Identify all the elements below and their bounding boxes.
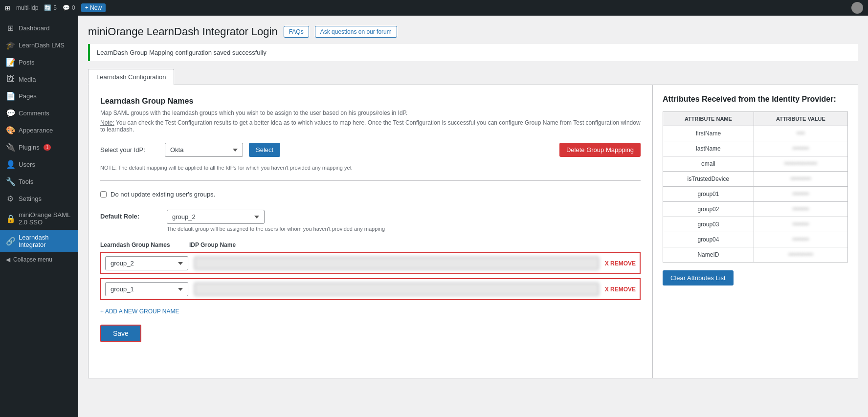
section-desc: Map SAML groups with the learndash group… bbox=[100, 110, 641, 116]
sidebar-item-label: Dashboard bbox=[19, 24, 50, 32]
group-select-1[interactable]: group_2 group_1 bbox=[105, 256, 188, 270]
sidebar-item-dashboard[interactable]: ⊞ Dashboard bbox=[0, 20, 78, 37]
save-area: Save bbox=[100, 325, 641, 342]
attr-row-1: lastName•••••••• bbox=[663, 141, 848, 156]
page-title: miniOrange LearnDash Integrator Login bbox=[88, 25, 278, 38]
sidebar-item-label: Settings bbox=[19, 195, 42, 202]
divider bbox=[100, 180, 641, 181]
attr-row-2: email•••••••••••••••• bbox=[663, 156, 848, 172]
sidebar-item-plugins[interactable]: 🔌 Plugins 1 bbox=[0, 139, 78, 156]
sidebar-item-label: miniOrange SAML 2.0 SSO bbox=[19, 211, 72, 226]
remove-btn-1[interactable]: X REMOVE bbox=[605, 260, 636, 267]
saml-icon: 🔒 bbox=[6, 214, 15, 223]
tab-learndash-configuration[interactable]: Learndash Configuration bbox=[88, 69, 174, 85]
integrator-icon: 🔗 bbox=[6, 237, 15, 246]
sidebar-item-media[interactable]: 🖼 Media bbox=[0, 71, 78, 88]
attr-row-5: group02•••••••• bbox=[663, 202, 848, 217]
idp-note: NOTE: The default mapping will be applie… bbox=[100, 165, 641, 171]
attr-row-0: firstName•••• bbox=[663, 126, 848, 141]
mapping-row-1-idp bbox=[194, 257, 599, 270]
mapping-row-1-group: group_2 group_1 bbox=[105, 256, 188, 270]
sidebar-item-label: Learndash Integrator bbox=[19, 234, 72, 248]
left-panel: Learndash Group Names Map SAML groups wi… bbox=[88, 85, 653, 378]
forum-button[interactable]: Ask questions on our forum bbox=[315, 26, 397, 38]
add-group-link[interactable]: + ADD A NEW GROUP NAME bbox=[100, 308, 179, 315]
select-button[interactable]: Select bbox=[249, 143, 280, 157]
collapse-icon: ◀ bbox=[6, 256, 10, 263]
sidebar-item-posts[interactable]: 📝 Posts bbox=[0, 54, 78, 71]
sidebar-item-label: LearnDash LMS bbox=[19, 42, 65, 49]
wp-logo[interactable]: ⊞ bbox=[5, 4, 10, 12]
users-icon: 👤 bbox=[6, 160, 15, 169]
content-area: Learndash Group Names Map SAML groups wi… bbox=[88, 85, 858, 378]
user-avatar[interactable] bbox=[851, 2, 863, 14]
posts-icon: 📝 bbox=[6, 58, 15, 67]
sidebar-item-learndash-integrator[interactable]: 🔗 Learndash Integrator bbox=[0, 230, 78, 252]
sidebar-item-learndash-lms[interactable]: 🎓 LearnDash LMS bbox=[0, 37, 78, 54]
sidebar-item-pages[interactable]: 📄 Pages bbox=[0, 88, 78, 105]
attr-name-5: group02 bbox=[663, 202, 754, 217]
attr-name-6: group03 bbox=[663, 217, 754, 232]
idp-select[interactable]: Okta Default bbox=[165, 143, 243, 157]
updates-item[interactable]: 🔄 5 bbox=[44, 4, 57, 11]
idp-input-1[interactable] bbox=[194, 257, 599, 270]
no-update-checkbox[interactable] bbox=[100, 191, 107, 198]
collapse-menu[interactable]: ◀ Collapse menu bbox=[0, 252, 78, 267]
mapping-headers: Learndash Group Names IDP Group Name bbox=[100, 241, 641, 248]
default-role-select[interactable]: group_2 group_1 bbox=[167, 210, 265, 224]
checkbox-label[interactable]: Do not update existing user's groups. bbox=[111, 191, 215, 198]
sidebar-item-saml-sso[interactable]: 🔒 miniOrange SAML 2.0 SSO bbox=[0, 207, 78, 230]
media-icon: 🖼 bbox=[6, 75, 15, 84]
attr-value-8: •••••••••••• bbox=[754, 247, 847, 263]
mapping-row-2-idp bbox=[194, 283, 599, 296]
select-idp-label: Select your IdP: bbox=[100, 146, 159, 154]
new-item-button[interactable]: + New bbox=[81, 3, 106, 12]
attr-row-3: isTrustedDevice•••••••••• bbox=[663, 172, 848, 187]
save-button[interactable]: Save bbox=[100, 325, 141, 342]
idp-input-2[interactable] bbox=[194, 283, 599, 296]
sidebar-item-users[interactable]: 👤 Users bbox=[0, 156, 78, 173]
sidebar-item-label: Users bbox=[19, 161, 35, 168]
sidebar-item-label: Plugins bbox=[19, 144, 40, 151]
attr-row-4: group01•••••••• bbox=[663, 187, 848, 202]
attr-name-7: group04 bbox=[663, 232, 754, 247]
attributes-table: ATTRIBUTE NAME ATTRIBUTE VALUE firstName… bbox=[663, 111, 848, 263]
sidebar-item-label: Appearance bbox=[19, 127, 53, 134]
col-header-2: IDP Group Name bbox=[189, 241, 641, 248]
default-role-note: The default group will be assigned to th… bbox=[167, 226, 385, 232]
sidebar-item-appearance[interactable]: 🎨 Appearance bbox=[0, 122, 78, 139]
mapping-row-2-group: group_1 group_2 bbox=[105, 282, 188, 296]
attr-value-3: •••••••••• bbox=[754, 172, 847, 187]
note-prefix: Note: bbox=[100, 119, 114, 126]
attr-row-7: group04•••••••• bbox=[663, 232, 848, 247]
learndash-icon: 🎓 bbox=[6, 41, 15, 50]
comments-item[interactable]: 💬 0 bbox=[63, 4, 75, 11]
delete-group-button[interactable]: Delete Group Mappping bbox=[559, 143, 641, 157]
success-message: LearnDash Group Mapping configuration sa… bbox=[97, 49, 267, 56]
sidebar-item-settings[interactable]: ⚙ Settings bbox=[0, 190, 78, 207]
faqs-button[interactable]: FAQs bbox=[284, 26, 309, 38]
sidebar-item-comments[interactable]: 💬 Comments bbox=[0, 105, 78, 122]
remove-btn-2[interactable]: X REMOVE bbox=[605, 286, 636, 293]
group-select-2[interactable]: group_1 group_2 bbox=[105, 282, 188, 296]
attr-row-8: NameID•••••••••••• bbox=[663, 247, 848, 263]
sidebar-item-tools[interactable]: 🔧 Tools bbox=[0, 173, 78, 190]
attr-value-5: •••••••• bbox=[754, 202, 847, 217]
attr-panel-title: Attributes Received from the Identity Pr… bbox=[663, 95, 848, 104]
clear-attributes-button[interactable]: Clear Attributes List bbox=[663, 270, 734, 285]
mapping-row-2: group_1 group_2 X REMOVE bbox=[100, 278, 641, 300]
attr-value-0: •••• bbox=[754, 126, 847, 141]
attr-name-0: firstName bbox=[663, 126, 754, 141]
layout: ⊞ Dashboard 🎓 LearnDash LMS 📝 Posts 🖼 Me… bbox=[0, 16, 868, 417]
plugins-badge: 1 bbox=[44, 144, 51, 151]
comments-icon: 💬 bbox=[63, 4, 70, 11]
sidebar-item-label: Pages bbox=[19, 92, 37, 100]
sidebar-item-label: Posts bbox=[19, 59, 35, 66]
settings-icon: ⚙ bbox=[6, 194, 15, 203]
col-attr-header: ATTRIBUTE NAME bbox=[663, 112, 754, 126]
col-val-header: ATTRIBUTE VALUE bbox=[754, 112, 847, 126]
top-bar: ⊞ multi-idp 🔄 5 💬 0 + New bbox=[0, 0, 868, 16]
wp-icon: ⊞ bbox=[5, 4, 10, 12]
site-name[interactable]: multi-idp bbox=[16, 4, 38, 11]
attr-value-6: •••••••• bbox=[754, 217, 847, 232]
